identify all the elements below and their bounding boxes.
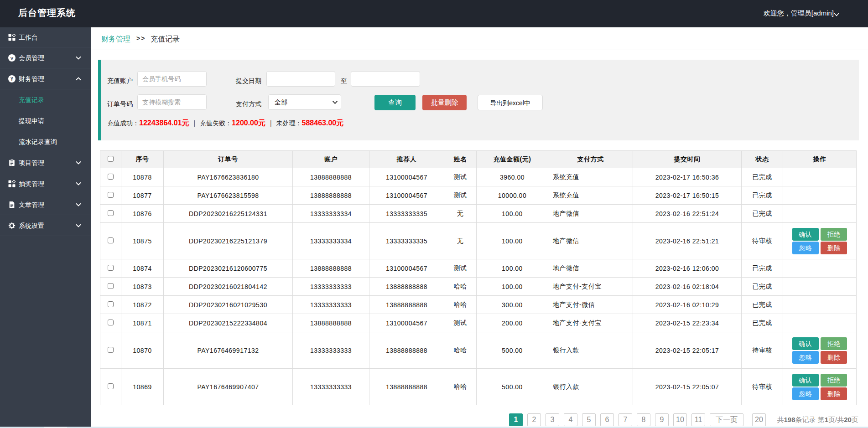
svg-text:¥: ¥ <box>10 76 13 82</box>
svg-text:V: V <box>10 56 14 61</box>
